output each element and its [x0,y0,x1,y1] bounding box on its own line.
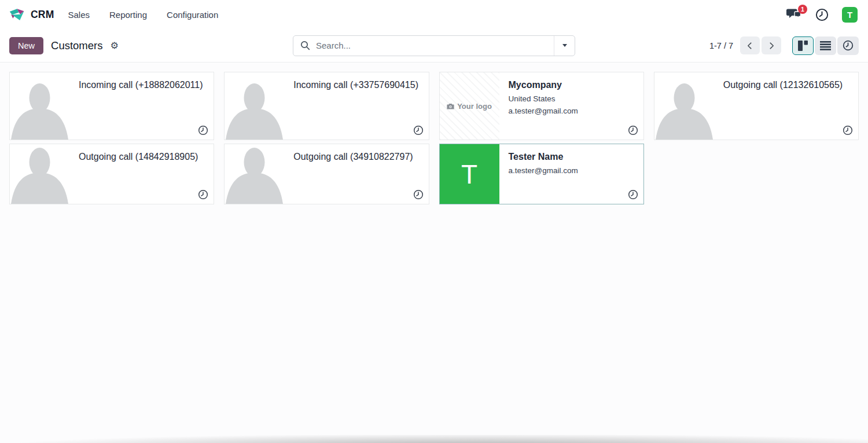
customer-card[interactable]: Outgoing call (34910822797) [224,144,429,204]
messages-count-badge: 1 [798,5,807,14]
navbar-systray: 1 T [786,7,858,23]
customer-avatar-initial: T [440,144,499,204]
view-switcher [792,36,859,55]
view-switcher-activity-button[interactable] [837,36,859,55]
company-logo-placeholder: Your logo [440,72,499,140]
activity-view-clock-icon [843,40,854,51]
customer-card[interactable]: Incoming call (+18882062011) [9,72,214,140]
customer-card[interactable]: Outgoing call (12132610565) [654,72,859,140]
card-body: Incoming call (+18882062011) [69,72,214,140]
customer-country: United States [509,93,634,105]
chevron-left-icon [746,42,754,50]
customer-card[interactable]: Outgoing call (14842918905) [9,144,214,204]
control-panel: New Customers ⚙ 1-7 / 7 [0,29,868,63]
your-logo-label: Your logo [440,72,499,140]
your-logo-text: Your logo [457,102,492,111]
customer-avatar-placeholder [225,72,284,140]
customer-name: Outgoing call (12132610565) [723,79,849,91]
avatar-placeholder-image [654,72,714,140]
card-body: Outgoing call (34910822797) [284,144,428,204]
chevron-right-icon [767,42,775,50]
schedule-activity-clock-icon[interactable] [628,125,638,136]
search-input[interactable] [315,40,554,51]
schedule-activity-clock-icon[interactable] [843,125,853,136]
schedule-activity-clock-icon[interactable] [413,125,424,136]
pager-value: 1-7 / 7 [709,41,733,50]
avatar-placeholder-image [10,72,69,140]
customer-name: Mycompany [509,79,634,91]
search-icon [293,41,315,50]
camera-icon [447,103,454,109]
customer-email: a.tester@gmail.com [509,105,634,118]
kanban-view: Incoming call (+18882062011)Incoming cal… [0,63,868,443]
customer-avatar-placeholder [10,72,69,140]
search-dropdown-toggle[interactable] [554,36,575,56]
customer-name: Tester Name [509,151,634,163]
kanban-view-icon [797,40,808,52]
pager-and-views: 1-7 / 7 [662,36,859,55]
card-body: Outgoing call (12132610565) [714,72,858,140]
odoo-crm-logo-icon [9,8,25,21]
breadcrumb-area: New Customers ⚙ [9,37,206,54]
pager-next-button[interactable] [762,36,781,54]
customer-name: Incoming call (+33757690415) [293,79,419,91]
avatar-initial-letter: T [440,144,499,204]
avatar-placeholder-image [225,144,284,204]
schedule-activity-clock-icon[interactable] [413,189,424,200]
app-name: CRM [31,9,54,21]
schedule-activity-clock-icon[interactable] [198,189,208,200]
search-bar [293,35,575,56]
activities-button[interactable] [815,8,829,21]
customer-avatar-placeholder [10,144,69,204]
main-menu-bar: SalesReportingConfiguration [68,10,218,20]
menu-item-sales[interactable]: Sales [68,10,90,20]
card-body: Tester Namea.tester@gmail.com [499,144,643,204]
gear-icon[interactable]: ⚙ [110,41,118,50]
customer-card[interactable]: TTester Namea.tester@gmail.com [439,144,644,204]
customer-name: Outgoing call (34910822797) [293,151,419,163]
view-switcher-kanban-button[interactable] [792,36,814,55]
avatar-placeholder-image [225,72,284,140]
list-view-icon [820,41,831,50]
pager-previous-button[interactable] [740,36,760,54]
customer-name: Incoming call (+18882062011) [79,79,204,91]
customer-card[interactable]: Incoming call (+33757690415) [224,72,429,140]
avatar-placeholder-image [10,144,69,204]
schedule-activity-clock-icon[interactable] [198,125,208,136]
customer-avatar-placeholder [654,72,714,140]
menu-item-reporting[interactable]: Reporting [109,10,147,20]
card-body: Outgoing call (14842918905) [69,144,214,204]
customer-card[interactable]: Your logoMycompanyUnited Statesa.tester@… [439,72,644,140]
messages-button[interactable]: 1 [786,8,802,21]
page-title: Customers [51,39,102,52]
user-menu-avatar[interactable]: T [842,7,858,23]
menu-item-configuration[interactable]: Configuration [167,10,218,20]
kanban-grid: Incoming call (+18882062011)Incoming cal… [9,72,859,204]
view-switcher-list-button[interactable] [815,36,836,55]
card-body: MycompanyUnited Statesa.tester@gmail.com [499,72,643,140]
chevron-down-icon [562,44,567,47]
top-navbar: CRM SalesReportingConfiguration 1 T [0,0,868,29]
new-button[interactable]: New [9,37,43,54]
customer-email: a.tester@gmail.com [509,165,634,177]
schedule-activity-clock-icon[interactable] [628,189,638,200]
customer-name: Outgoing call (14842918905) [79,151,204,163]
clock-icon [815,8,829,21]
app-switcher[interactable]: CRM [9,8,54,21]
customer-avatar-placeholder [225,144,284,204]
card-body: Incoming call (+33757690415) [284,72,428,140]
